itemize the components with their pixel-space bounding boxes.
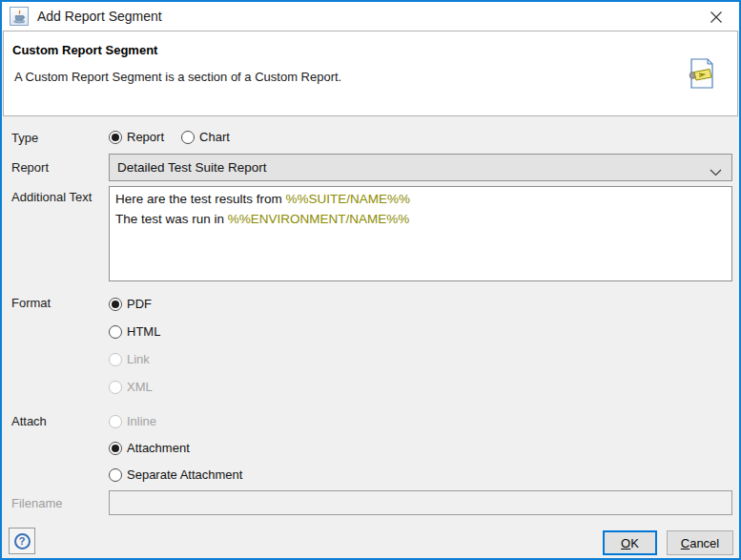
- filename-label: Filename: [11, 496, 62, 510]
- attach-attachment-row: Attachment: [109, 441, 190, 455]
- ok-button[interactable]: OK: [603, 530, 657, 555]
- report-dropdown[interactable]: Detailed Test Suite Report: [109, 154, 732, 181]
- attach-attachment-radio-label: Attachment: [127, 441, 190, 455]
- format-html-radio[interactable]: HTML: [109, 324, 160, 339]
- chevron-down-icon: [710, 165, 722, 179]
- attach-inline-radio-label: Inline: [127, 414, 156, 428]
- format-xml-row: XML: [109, 380, 153, 394]
- format-link-row: Link: [109, 352, 150, 366]
- radio-circle-icon: [109, 298, 122, 311]
- report-dropdown-value: Detailed Test Suite Report: [117, 160, 267, 175]
- radio-circle-icon: [109, 325, 122, 339]
- format-pdf-row: PDF: [109, 297, 152, 311]
- radio-circle-icon: [109, 381, 122, 394]
- title-bar[interactable]: Add Report Segment: [2, 2, 739, 31]
- radio-circle-icon: [109, 353, 122, 366]
- format-pdf-radio[interactable]: PDF: [109, 297, 152, 311]
- radio-circle-icon: [109, 442, 122, 455]
- type-report-radio-label: Report: [127, 130, 164, 144]
- radio-circle-icon: [181, 131, 195, 144]
- attach-label: Attach: [11, 414, 47, 428]
- format-link-radio: Link: [109, 352, 150, 366]
- report-segment-document-icon: [684, 56, 718, 94]
- java-cup-icon: [10, 7, 29, 26]
- header-title: Custom Report Segment: [12, 43, 157, 57]
- cancel-button-label: Cancel: [681, 536, 719, 550]
- additional-text-line: Here are the test results from %%SUITE/N…: [115, 189, 726, 209]
- dialog-header-panel: Custom Report Segment A Custom Report Se…: [3, 31, 738, 116]
- report-label: Report: [11, 160, 49, 175]
- help-button[interactable]: ?: [9, 528, 35, 554]
- filename-field: [109, 490, 732, 515]
- add-report-segment-dialog: Add Report Segment Custom Report Segment…: [0, 0, 741, 560]
- attach-attachment-radio[interactable]: Attachment: [109, 441, 190, 455]
- ok-button-label: OK: [621, 536, 639, 550]
- type-label: Type: [11, 131, 38, 145]
- window-title: Add Report Segment: [37, 9, 162, 24]
- help-icon: ?: [14, 533, 31, 550]
- format-link-radio-label: Link: [127, 352, 150, 366]
- header-description: A Custom Report Segment is a section of …: [14, 70, 341, 84]
- type-chart-radio-label: Chart: [199, 130, 230, 144]
- format-pdf-radio-label: PDF: [127, 297, 152, 311]
- format-label: Format: [11, 296, 51, 310]
- attach-separate-attachment-radio-label: Separate Attachment: [127, 467, 242, 482]
- type-radio-group: Report Chart: [109, 130, 230, 144]
- radio-circle-icon: [109, 468, 122, 482]
- variable-token: %%ENVIRONMENT/NAME%%: [228, 212, 410, 226]
- format-html-radio-label: HTML: [127, 324, 160, 339]
- radio-circle-icon: [109, 131, 122, 144]
- cancel-button[interactable]: Cancel: [667, 530, 733, 555]
- additional-text-line: The test was run in %%ENVIRONMENT/NAME%%: [115, 209, 726, 229]
- format-xml-radio-label: XML: [127, 380, 153, 394]
- type-report-radio[interactable]: Report: [109, 130, 164, 144]
- attach-inline-row: Inline: [109, 414, 156, 428]
- format-xml-radio: XML: [109, 380, 153, 394]
- additional-text-label: Additional Text: [11, 190, 92, 204]
- additional-text-area[interactable]: Here are the test results from %%SUITE/N…: [109, 186, 732, 281]
- variable-token: %%SUITE/NAME%%: [286, 192, 411, 206]
- format-html-row: HTML: [109, 324, 160, 339]
- type-chart-radio[interactable]: Chart: [181, 130, 230, 144]
- attach-separate-attachment-radio[interactable]: Separate Attachment: [109, 467, 242, 482]
- attach-separate-row: Separate Attachment: [109, 467, 242, 482]
- attach-inline-radio: Inline: [109, 414, 156, 428]
- close-icon[interactable]: [701, 6, 731, 29]
- radio-circle-icon: [109, 415, 122, 428]
